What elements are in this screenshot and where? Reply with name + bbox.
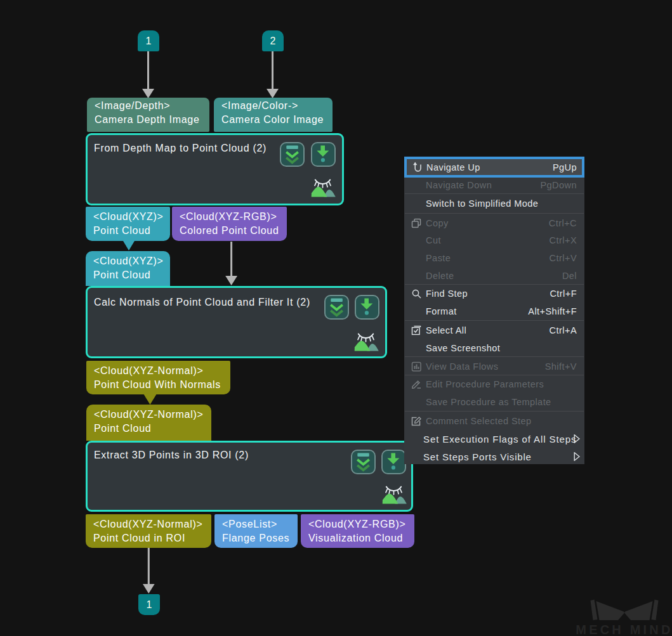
svg-text:MECH MIND: MECH MIND	[576, 623, 672, 636]
